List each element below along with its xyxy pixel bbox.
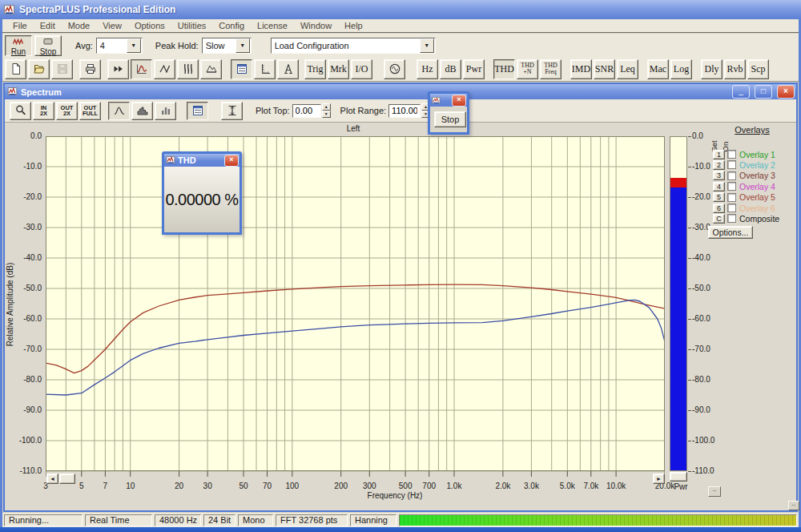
overlay-on-checkbox-3[interactable] — [727, 171, 736, 180]
time-series-view-button[interactable] — [154, 59, 175, 79]
menu-options[interactable]: Options — [128, 20, 171, 31]
spectrum-title-bar[interactable]: Spectrum _ □ × — [5, 84, 796, 99]
filled-plot-button[interactable] — [131, 102, 153, 120]
logging-button[interactable]: Log — [670, 59, 692, 79]
io-button[interactable]: I/O — [351, 59, 372, 79]
pwr-button[interactable]: Pwr — [463, 59, 485, 79]
zoom-out-2x-button[interactable]: OUT2X — [56, 102, 78, 120]
overlay-label: Overlay 4 — [739, 182, 775, 191]
open-file-button[interactable] — [28, 59, 50, 79]
thd-button[interactable]: THD — [493, 59, 515, 79]
overlay-options-button[interactable]: Options... — [708, 226, 753, 239]
spectrum-plot — [46, 136, 665, 478]
overlay-set-button-4[interactable]: 4 — [713, 182, 725, 191]
close-icon[interactable]: × — [224, 155, 239, 167]
overlay-set-button-1[interactable]: 1 — [713, 150, 725, 159]
overlay-set-button-5[interactable]: 5 — [713, 192, 725, 202]
trigger-button[interactable]: Trig — [304, 59, 326, 79]
minimize-button[interactable]: _ — [732, 85, 750, 99]
overlay-set-button-6[interactable]: 6 — [713, 204, 725, 213]
macro-button-label: Mac — [650, 63, 666, 75]
delay-button[interactable]: Dly — [701, 59, 723, 79]
db-button[interactable]: dB — [440, 59, 461, 79]
markers-button[interactable]: Mrk — [328, 59, 349, 79]
signal-generator-button[interactable] — [384, 59, 405, 79]
process-button[interactable] — [107, 59, 129, 79]
reverb-button[interactable]: Rvb — [724, 59, 746, 79]
menu-file[interactable]: File — [6, 20, 34, 31]
chevron-down-icon[interactable]: ▼ — [235, 38, 250, 53]
overlay-on-checkbox-1[interactable] — [727, 150, 736, 159]
scaling-button[interactable] — [254, 59, 276, 79]
autoscale-button[interactable] — [277, 59, 299, 79]
peak-hold-combo[interactable]: Slow ▼ — [202, 38, 252, 54]
menu-utilities[interactable]: Utilities — [171, 20, 212, 31]
chevron-down-icon[interactable]: ▼ — [420, 38, 434, 53]
spectrogram-view-button[interactable] — [177, 59, 199, 79]
hz-button[interactable]: Hz — [417, 59, 438, 79]
surface-view-button[interactable] — [200, 59, 222, 79]
menu-license[interactable]: License — [251, 20, 294, 31]
close-button[interactable]: × — [777, 85, 795, 99]
leq-button[interactable]: Leq — [617, 59, 638, 79]
menu-help[interactable]: Help — [338, 20, 369, 31]
plot-range-input[interactable] — [388, 104, 421, 118]
scrollbar-thumb[interactable] — [59, 474, 75, 484]
overlay-on-checkbox-6[interactable] — [727, 204, 736, 212]
line-plot-button[interactable] — [108, 102, 130, 120]
scope-button[interactable]: Scp — [747, 59, 769, 79]
maximize-button[interactable]: □ — [755, 85, 772, 99]
chevron-down-icon[interactable]: ▼ — [127, 38, 141, 53]
close-icon[interactable]: × — [452, 95, 466, 107]
x-tick-label: 10 — [115, 482, 147, 490]
leq-button-label: Leq — [620, 63, 635, 75]
amplitude-range-button[interactable] — [221, 102, 243, 120]
stop-action-button[interactable]: Stop — [434, 111, 466, 127]
meter-segment — [670, 178, 686, 187]
menu-mode[interactable]: Mode — [62, 20, 97, 31]
run-button[interactable]: Run — [5, 35, 32, 56]
new-file-button[interactable] — [5, 59, 26, 79]
overlay-on-checkbox-5[interactable] — [727, 193, 736, 202]
main-title-bar[interactable]: SpectraPLUS Professional Edition — [0, 0, 801, 19]
y-tick — [688, 288, 691, 289]
load-configuration-combo[interactable]: Load Configuration ▼ — [271, 38, 436, 54]
zoom-out-full-button[interactable]: OUTFULL — [79, 102, 101, 120]
scroll-grip[interactable]: ─ — [788, 501, 799, 510]
menu-view[interactable]: View — [96, 20, 128, 31]
scrollbar-right-arrow[interactable]: ► — [653, 474, 665, 484]
save-icon — [56, 62, 69, 75]
thd-n-button[interactable]: THD+N — [517, 59, 538, 79]
menu-config[interactable]: Config — [212, 20, 251, 31]
menu-window[interactable]: Window — [294, 20, 338, 31]
thd-title-bar[interactable]: THD × — [164, 154, 239, 167]
spectrum-view-button[interactable] — [131, 59, 152, 79]
overlay-set-button-c[interactable]: C — [713, 214, 725, 224]
menu-edit[interactable]: Edit — [34, 20, 62, 31]
stop-window-icon — [432, 96, 441, 105]
overlay-on-checkbox-4[interactable] — [727, 182, 736, 191]
zoom-button[interactable] — [10, 102, 31, 120]
overlay-set-button-3[interactable]: 3 — [713, 171, 725, 180]
snr-button[interactable]: SNR — [594, 59, 615, 79]
scroll-grip[interactable]: ─ — [708, 486, 721, 497]
control-panel-button[interactable] — [231, 59, 252, 79]
plot-top-input[interactable] — [292, 104, 321, 118]
imd-button[interactable]: IMD — [570, 59, 592, 79]
stop-button[interactable]: Stop — [34, 35, 62, 56]
x-tick-label: 20 — [163, 482, 195, 490]
zoom-in-2x-button[interactable]: IN2X — [33, 102, 54, 120]
plot-top-spinner[interactable]: ▲▼ — [322, 103, 331, 118]
display-options-button[interactable] — [187, 102, 208, 120]
macro-button[interactable]: Mac — [647, 59, 669, 79]
print-button[interactable] — [79, 59, 101, 79]
overlay-on-checkbox-c[interactable] — [727, 214, 736, 223]
scrollbar-left-arrow[interactable]: ◄ — [46, 474, 58, 484]
stop-title-bar[interactable]: × — [430, 94, 467, 107]
avg-combo[interactable]: 4 ▼ — [96, 38, 143, 54]
overlay-on-checkbox-2[interactable] — [727, 160, 736, 169]
overlay-set-button-2[interactable]: 2 — [713, 160, 725, 170]
bar-plot-button[interactable] — [155, 102, 176, 120]
y-tick-label: -100.0 — [6, 436, 42, 445]
thd-freq-button[interactable]: THDFreq — [540, 59, 562, 79]
